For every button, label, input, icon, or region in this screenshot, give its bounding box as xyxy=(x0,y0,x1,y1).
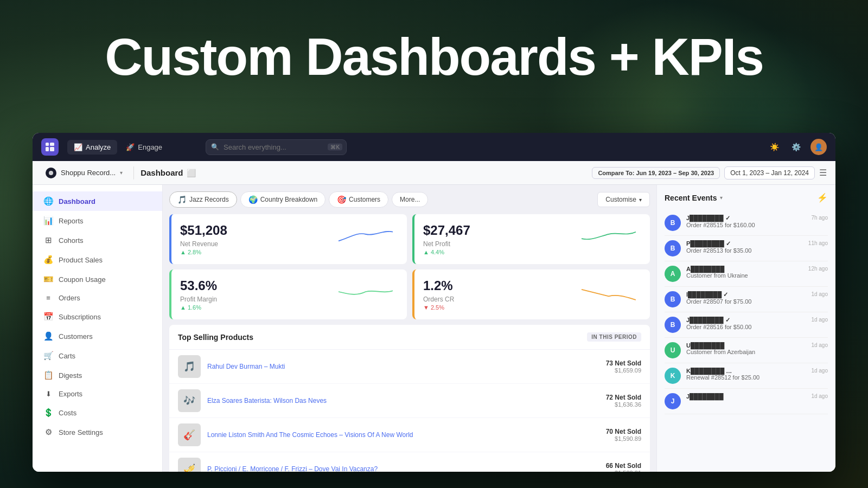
kpi-profit-margin-value: 53.6% xyxy=(180,278,217,293)
tab-more[interactable]: More... xyxy=(392,192,428,207)
product-stats-1: 72 Net Sold $1,636.36 xyxy=(606,394,641,408)
subscriptions-icon: 📅 xyxy=(43,312,53,322)
sidebar-item-subscriptions[interactable]: 📅 Subscriptions xyxy=(33,307,162,326)
product-revenue-1: $1,636.36 xyxy=(606,401,641,408)
hero-title: Custom Dashboards + KPIs xyxy=(0,30,868,85)
subbar: Shoppu Record... ▾ Dashboard ⬜ Compare T… xyxy=(33,161,835,185)
products-header: Top Selling Products IN THIS PERIOD xyxy=(169,325,650,350)
date-range[interactable]: Oct 1, 2023 – Jan 12, 2024 xyxy=(724,166,815,179)
event-item-7: J J████████ 1d ago xyxy=(665,389,828,414)
main-panel: 🎵 Jazz Records 🌍 Country Breakdown 🎯 Cus… xyxy=(163,185,656,472)
event-detail-1: Order #28513 for $35.00 xyxy=(686,247,803,254)
products-period-badge: IN THIS PERIOD xyxy=(587,332,641,342)
event-item-6: K K████████ … Renewal #28512 for $25.00 … xyxy=(665,363,828,389)
svg-point-4 xyxy=(49,171,53,175)
subbar-right: Compare To: Jun 19, 2023 – Sep 30, 2023 … xyxy=(592,166,827,179)
sidebar-item-store-settings[interactable]: ⚙ Store Settings xyxy=(33,422,162,442)
product-name-2[interactable]: Lonnie Liston Smith And The Cosmic Echoe… xyxy=(207,431,599,440)
event-detail-5: Customer from Azerbaijan xyxy=(686,349,806,355)
sidebar-item-dashboard[interactable]: 🌐 Dashboard xyxy=(33,191,162,211)
svg-rect-3 xyxy=(50,147,54,151)
sidebar-item-cohorts[interactable]: ⊞ Cohorts xyxy=(33,230,162,250)
sidebar-item-reports[interactable]: 📊 Reports xyxy=(33,211,162,230)
orders-icon: ≡ xyxy=(43,294,53,302)
event-item-2: A A████████ Customer from Ukraine 12h ag… xyxy=(665,261,828,287)
event-avatar-1: B xyxy=(665,240,681,256)
sidebar: 🌐 Dashboard 📊 Reports ⊞ Cohorts 💰 Produc… xyxy=(33,185,163,472)
event-avatar-6: K xyxy=(665,368,681,384)
event-detail-3: Order #28507 for $75.00 xyxy=(686,298,806,305)
event-item-3: B I████████ ✓ Order #28507 for $75.00 1d… xyxy=(665,287,828,312)
sun-icon[interactable]: ☀️ xyxy=(767,139,782,155)
sidebar-item-customers[interactable]: 👤 Customers xyxy=(33,326,162,346)
event-detail-4: Order #28516 for $50.00 xyxy=(686,324,806,330)
search-input[interactable] xyxy=(206,139,347,155)
kpi-grid: $51,208 Net Revenue ▲ 2.8% $27,467 Net P… xyxy=(169,214,650,319)
tab-jazz-records[interactable]: 🎵 Jazz Records xyxy=(169,191,237,208)
kpi-net-profit-change: ▲ 4.4% xyxy=(423,249,470,255)
sidebar-item-orders[interactable]: ≡ Orders xyxy=(33,289,162,307)
sidebar-item-exports[interactable]: ⬇ Exports xyxy=(33,385,162,403)
sidebar-item-product-sales[interactable]: 💰 Product Sales xyxy=(33,250,162,269)
kpi-profit-margin: 53.6% Profit Margin ▲ 1.6% xyxy=(169,269,407,319)
product-thumb-2: 🎸 xyxy=(178,423,201,446)
sidebar-item-carts[interactable]: 🛒 Carts xyxy=(33,346,162,365)
event-item-4: B J████████ ✓ Order #28516 for $50.00 1d… xyxy=(665,312,828,338)
kpi-net-revenue-change: ▲ 2.8% xyxy=(180,249,227,255)
svg-rect-1 xyxy=(46,147,49,151)
sidebar-item-costs[interactable]: 💲 Costs xyxy=(33,403,162,422)
sidebar-item-digests[interactable]: 📋 Digests xyxy=(33,365,162,385)
products-title: Top Selling Products xyxy=(178,333,253,342)
product-name-3[interactable]: P. Piccioni / E. Morricone / F. Frizzi –… xyxy=(207,465,599,472)
recent-events-header: Recent Events ▾ ⚡ xyxy=(665,192,828,203)
compare-label: Compare To: xyxy=(598,170,634,176)
kpi-profit-margin-change: ▲ 1.6% xyxy=(180,304,217,311)
tab-customers[interactable]: 🎯 Customers xyxy=(329,191,388,208)
engage-icon: 🚀 xyxy=(126,143,135,151)
tab-country-breakdown[interactable]: 🌍 Country Breakdown xyxy=(240,191,326,208)
event-item-5: U U████████ Customer from Azerbaijan 1d … xyxy=(665,338,828,363)
event-avatar-2: A xyxy=(665,266,681,282)
product-revenue-2: $1,590.89 xyxy=(606,435,641,442)
jazz-tab-label: Jazz Records xyxy=(189,196,229,203)
product-name-1[interactable]: Elza Soares Baterista: Wilson Das Neves xyxy=(207,396,599,406)
event-content-6: K████████ … Renewal #28512 for $25.00 xyxy=(686,368,806,381)
product-name-0[interactable]: Rahul Dev Burman – Mukti xyxy=(207,362,599,371)
kpi-orders-cr-change: ▼ 2.5% xyxy=(423,304,454,311)
menu-icon[interactable]: ☰ xyxy=(819,168,827,178)
jazz-tab-icon: 🎵 xyxy=(177,195,187,204)
dashboard-label: Dashboard ⬜ xyxy=(141,168,195,177)
kpi-net-profit-value: $27,467 xyxy=(423,223,470,238)
event-content-3: I████████ ✓ Order #28507 for $75.00 xyxy=(686,291,806,305)
sidebar-item-coupon-usage[interactable]: 🎫 Coupon Usage xyxy=(33,269,162,289)
reports-icon: 📊 xyxy=(43,216,53,226)
sidebar-label-cohorts: Cohorts xyxy=(59,236,84,245)
products-panel: Top Selling Products IN THIS PERIOD 🎵 Ra… xyxy=(169,325,650,472)
right-panel: Recent Events ▾ ⚡ B J████████ ✓ Order #2… xyxy=(656,185,835,472)
product-stats-0: 73 Net Sold $1,659.09 xyxy=(606,359,641,374)
subbar-divider xyxy=(133,166,134,179)
cohorts-icon: ⊞ xyxy=(43,235,53,245)
event-content-5: U████████ Customer from Azerbaijan xyxy=(686,342,806,355)
product-sold-3: 66 Net Sold xyxy=(606,462,641,470)
nav-engage[interactable]: 🚀 Engage xyxy=(119,140,169,155)
settings-icon[interactable]: ⚙️ xyxy=(789,139,804,155)
sidebar-label-reports: Reports xyxy=(59,217,84,225)
product-row-3: 🎺 P. Piccioni / E. Morricone / F. Frizzi… xyxy=(169,452,650,472)
event-avatar-0: B xyxy=(665,215,681,231)
kpi-orders-cr-label: Orders CR xyxy=(423,296,454,303)
topbar-nav: 📈 Analyze 🚀 Engage xyxy=(67,140,169,155)
sidebar-label-carts: Carts xyxy=(59,352,75,360)
tab-bar: 🎵 Jazz Records 🌍 Country Breakdown 🎯 Cus… xyxy=(169,191,650,208)
user-avatar[interactable]: 👤 xyxy=(810,139,827,155)
lightning-icon: ⚡ xyxy=(817,192,828,203)
recent-events-title: Recent Events xyxy=(665,194,717,202)
exports-icon: ⬇ xyxy=(43,390,53,398)
event-name-0: J████████ ✓ xyxy=(686,215,806,222)
customise-button[interactable]: Customise ▾ xyxy=(597,192,650,207)
store-selector[interactable]: Shoppu Record... ▾ xyxy=(41,165,127,181)
store-dot xyxy=(46,168,56,178)
event-avatar-3: B xyxy=(665,291,681,307)
sidebar-label-costs: Costs xyxy=(59,409,76,417)
nav-analyze[interactable]: 📈 Analyze xyxy=(67,140,117,155)
